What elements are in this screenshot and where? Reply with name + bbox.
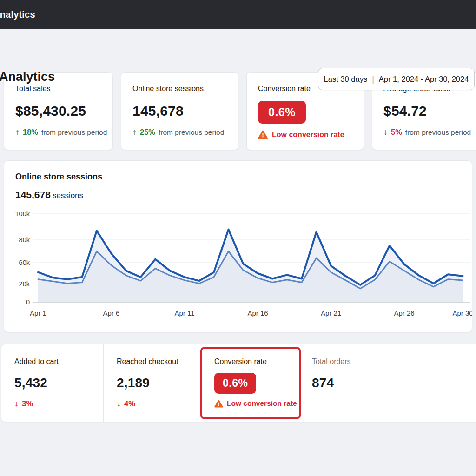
metric-delta: ↓5%from previous period — [383, 127, 476, 137]
metric-card-online-store-sessions[interactable]: Online store sessions 145,678 ↑25%from p… — [121, 72, 238, 150]
metric-label: Total sales — [15, 85, 51, 96]
svg-text:Apr 26: Apr 26 — [394, 309, 414, 317]
funnel-delta: ↓4% — [117, 399, 200, 409]
chart-subtitle: 145,678sessions — [15, 189, 472, 200]
svg-text:Apr 30: Apr 30 — [452, 309, 472, 317]
sessions-count: 145,678 — [15, 189, 51, 200]
funnel-label: Total orders — [312, 357, 351, 369]
funnel-cell-added-to-cart[interactable]: Added to cart 5,432 ↓3% — [1, 344, 104, 422]
date-range-picker[interactable]: Last 30 days | Apr 1, 2024 - Apr 30, 202… — [318, 68, 475, 90]
warning-triangle-icon — [214, 400, 223, 408]
sessions-line-chart[interactable]: 020k60k80k100kApr 1Apr 6Apr 11Apr 16Apr … — [4, 206, 472, 320]
svg-text:80k: 80k — [19, 236, 30, 244]
metric-value: $85,430.25 — [15, 103, 103, 119]
metric-value: 145,678 — [132, 103, 229, 119]
warning-text: Low conversion rate — [272, 131, 344, 139]
metric-label: Online store sessions — [132, 85, 204, 96]
down-arrow-icon: ↓ — [117, 399, 121, 409]
svg-text:Apr 1: Apr 1 — [30, 309, 46, 317]
delta-percent: 18% — [23, 128, 38, 137]
funnel-value: 5,432 — [14, 376, 103, 390]
down-arrow-icon: ↓ — [383, 127, 388, 137]
sessions-unit: sessions — [53, 191, 83, 200]
date-range-label: Apr 1, 2024 - Apr 30, 2024 — [379, 75, 469, 84]
conversion-rate-badge: 0.6% — [258, 101, 306, 124]
page-title: Analytics — [0, 70, 55, 84]
funnel-cell-total-orders[interactable]: Total orders 874 — [301, 344, 476, 422]
topbar-title: Analytics — [0, 9, 35, 20]
funnel-label: Reached checkout — [117, 357, 178, 369]
delta-percent: 3% — [22, 399, 33, 408]
delta-percent: 25% — [140, 128, 155, 137]
delta-percent: 5% — [391, 128, 402, 137]
date-separator: | — [372, 74, 374, 84]
funnel-cell-conversion-rate-highlighted[interactable]: Conversion rate 0.6% Low conversion rate — [200, 347, 301, 419]
delta-suffix: from previous period — [159, 128, 224, 137]
up-arrow-icon: ↑ — [132, 127, 137, 137]
svg-text:100k: 100k — [15, 210, 30, 218]
svg-text:Apr 21: Apr 21 — [321, 309, 341, 317]
conversion-rate-badge: 0.6% — [214, 373, 256, 394]
delta-suffix: from previous period — [41, 128, 107, 137]
down-arrow-icon: ↓ — [14, 399, 19, 409]
analytics-page: Analytics Last 30 days | Apr 1, 2024 - A… — [0, 29, 476, 422]
funnel-value: 874 — [312, 376, 476, 390]
warning-text: Low conversion rate — [227, 399, 297, 408]
up-arrow-icon: ↑ — [15, 127, 20, 137]
metric-delta: ↑25%from previous period — [132, 127, 229, 137]
svg-text:Apr 11: Apr 11 — [174, 309, 194, 317]
chart-title: Online store sessions — [15, 172, 472, 182]
svg-text:Apr 6: Apr 6 — [103, 309, 120, 317]
warning-row: Low conversion rate — [258, 130, 354, 139]
delta-percent: 4% — [124, 399, 135, 408]
svg-text:20k: 20k — [19, 280, 30, 288]
warning-row: Low conversion rate — [214, 399, 299, 408]
sessions-chart-card: Online store sessions 145,678sessions 02… — [4, 160, 472, 332]
funnel-value: 2,189 — [117, 376, 200, 390]
svg-text:Apr 16: Apr 16 — [247, 309, 268, 317]
metric-delta: ↑18%from previous period — [15, 127, 103, 137]
funnel-cell-reached-checkout[interactable]: Reached checkout 2,189 ↓4% — [104, 344, 200, 422]
page-header: Analytics Last 30 days | Apr 1, 2024 - A… — [0, 29, 476, 72]
chart-area[interactable]: 020k60k80k100kApr 1Apr 6Apr 11Apr 16Apr … — [4, 206, 472, 322]
svg-text:60k: 60k — [19, 259, 30, 266]
funnel-delta: ↓3% — [14, 399, 103, 409]
delta-suffix: from previous period — [405, 128, 471, 137]
svg-text:0: 0 — [26, 298, 30, 306]
metric-value: $54.72 — [383, 103, 476, 119]
funnel-label: Added to cart — [14, 357, 59, 369]
topbar: Analytics — [0, 0, 476, 29]
funnel-label: Conversion rate — [214, 357, 267, 369]
metric-label: Conversion rate — [258, 85, 311, 96]
warning-triangle-icon — [258, 130, 268, 139]
funnel-card: Added to cart 5,432 ↓3% Reached checkout… — [1, 344, 476, 422]
date-preset-label: Last 30 days — [324, 75, 368, 84]
